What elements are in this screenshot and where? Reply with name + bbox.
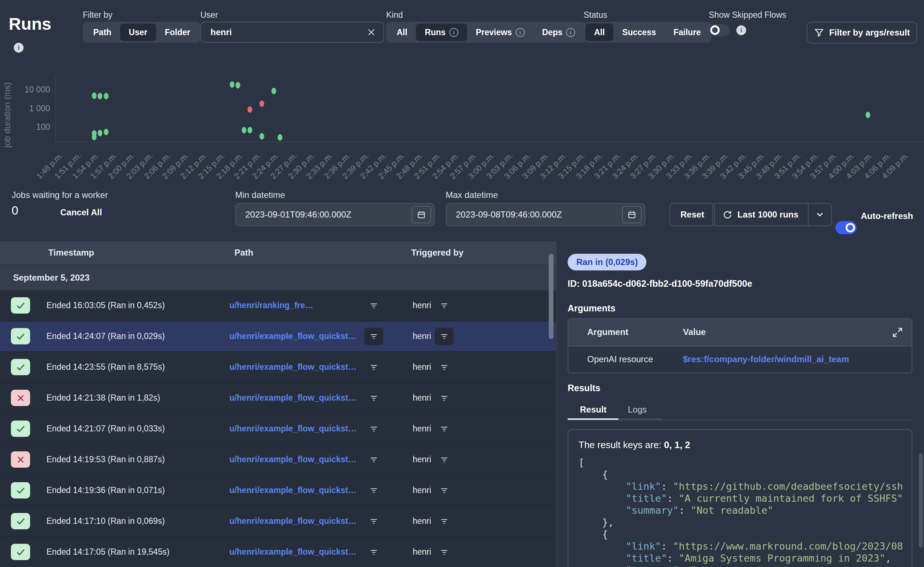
col-triggered-by[interactable]: Triggered by <box>411 248 464 258</box>
status-label: Status <box>584 10 607 20</box>
result-viewer[interactable]: The result keys are: 0, 1, 2 [ { "link":… <box>567 429 912 567</box>
success-point[interactable] <box>278 134 282 141</box>
clear-user-icon[interactable] <box>367 28 375 36</box>
run-timestamp: Ended 14:21:07 (Ran in 0,033s) <box>47 424 165 434</box>
run-path-link[interactable]: u/henri/example_flow_quickst… <box>229 362 357 372</box>
table-row[interactable]: Ended 14:24:07 (Ran in 0,029s)u/henri/ex… <box>0 322 556 352</box>
filter-by-folder[interactable]: Folder <box>156 24 199 41</box>
kind-previews-info-icon[interactable]: i <box>516 28 525 37</box>
col-timestamp[interactable]: Timestamp <box>48 248 94 258</box>
filter-by-path-icon[interactable] <box>364 389 383 407</box>
table-row[interactable]: Ended 14:19:53 (Ran in 0,887s)u/henri/ex… <box>0 445 556 476</box>
filter-by-path-icon[interactable] <box>364 328 383 345</box>
chart-x-axis-line <box>55 142 924 142</box>
success-point[interactable] <box>865 112 870 118</box>
max-calendar-icon[interactable] <box>622 206 642 224</box>
filter-by-path[interactable]: Path <box>84 24 120 41</box>
success-point[interactable] <box>236 82 240 88</box>
min-datetime-input[interactable]: 2023-09-01T09:46:00.000Z <box>235 203 435 226</box>
kind-deps-info-icon[interactable]: i <box>566 28 575 37</box>
filter-by-path-icon[interactable] <box>364 420 383 438</box>
filter-by-user-icon[interactable] <box>435 297 454 314</box>
table-row[interactable]: Ended 14:17:05 (Ran in 19,545s)u/henri/e… <box>0 537 556 567</box>
filter-by-path-icon[interactable] <box>364 513 383 530</box>
col-path[interactable]: Path <box>235 248 253 258</box>
run-path-link[interactable]: u/henri/example_flow_quickst… <box>229 454 357 464</box>
filter-by-user-icon[interactable] <box>435 420 454 438</box>
success-point[interactable] <box>104 93 108 99</box>
json-line: }, <box>578 516 901 528</box>
chevron-down-icon[interactable] <box>808 210 831 219</box>
argument-value-link[interactable]: $res:f/company-folder/windmill_ai_team <box>683 354 849 364</box>
kind-previews[interactable]: Previews i <box>467 24 534 41</box>
filter-by-user-icon[interactable] <box>435 513 454 530</box>
kind-runs-info-icon[interactable]: i <box>449 28 458 37</box>
success-point[interactable] <box>98 93 102 99</box>
table-row[interactable]: Ended 14:23:55 (Ran in 8,575s)u/henri/ex… <box>0 352 556 383</box>
user-input[interactable]: henri <box>200 22 384 43</box>
min-calendar-icon[interactable] <box>412 206 431 224</box>
kind-label: Kind <box>386 10 403 20</box>
success-point[interactable] <box>242 127 247 134</box>
tab-logs[interactable]: Logs <box>628 405 647 415</box>
panel-divider <box>556 242 557 567</box>
expand-icon[interactable] <box>892 327 903 338</box>
max-datetime-input[interactable]: 2023-09-08T09:46:00.000Z <box>445 203 645 226</box>
success-point[interactable] <box>104 129 108 135</box>
run-path-link[interactable]: u/henri/ranking_fre… <box>229 300 313 310</box>
table-row[interactable]: Ended 14:21:07 (Ran in 0,033s)u/henri/ex… <box>0 414 556 445</box>
run-timestamp: Ended 14:21:38 (Ran in 1,82s) <box>47 393 160 403</box>
success-point[interactable] <box>247 127 252 134</box>
success-point[interactable] <box>271 88 276 94</box>
run-path-link[interactable]: u/henri/example_flow_quickst… <box>229 393 357 403</box>
runs-info-icon[interactable]: i <box>14 43 24 52</box>
run-path-link[interactable]: u/henri/example_flow_quickst… <box>229 424 357 434</box>
filter-by-path-icon[interactable] <box>364 451 383 468</box>
table-row[interactable]: Ended 14:19:36 (Ran in 0,071s)u/henri/ex… <box>0 476 556 507</box>
filter-args-button[interactable]: Filter by args/result <box>807 22 917 44</box>
success-point[interactable] <box>92 93 96 99</box>
status-failure[interactable]: Failure <box>665 24 709 41</box>
success-point[interactable] <box>98 130 102 136</box>
filter-by-path-icon[interactable] <box>364 297 383 314</box>
filter-by-path-icon[interactable] <box>364 358 383 376</box>
kind-deps[interactable]: Deps i <box>534 24 584 41</box>
table-scrollbar[interactable] <box>549 254 554 339</box>
success-icon <box>11 420 30 437</box>
filter-by-path-icon[interactable] <box>364 543 383 561</box>
panel-scrollbar[interactable] <box>919 453 923 548</box>
filter-by-path-icon[interactable] <box>364 482 383 499</box>
filter-by-user-icon[interactable] <box>435 482 454 499</box>
failure-point[interactable] <box>259 100 264 107</box>
failure-point[interactable] <box>247 106 252 113</box>
filter-by-user-icon[interactable] <box>435 358 454 376</box>
filter-by-user-icon[interactable] <box>435 389 454 407</box>
run-path-link[interactable]: u/henri/example_flow_quickst… <box>229 332 357 341</box>
last-runs-button[interactable]: Last 1000 runs <box>712 203 832 226</box>
reset-button[interactable]: Reset <box>670 203 715 226</box>
table-row[interactable]: Ended 16:03:05 (Ran in 0,452s)u/henri/ra… <box>0 291 556 322</box>
run-path-link[interactable]: u/henri/example_flow_quickst… <box>229 547 357 557</box>
skipped-flows-toggle[interactable] <box>709 24 730 36</box>
success-point[interactable] <box>259 133 264 140</box>
status-all[interactable]: All <box>585 24 613 41</box>
status-success[interactable]: Success <box>613 24 665 41</box>
filter-by-user-icon[interactable] <box>435 328 454 345</box>
kind-all[interactable]: All <box>388 24 416 41</box>
cancel-all-button[interactable]: Cancel All <box>60 207 102 218</box>
status-group: All Success Failure <box>584 22 711 43</box>
tab-result[interactable]: Result <box>580 405 606 415</box>
run-path-link[interactable]: u/henri/example_flow_quickst… <box>229 485 357 495</box>
success-point[interactable] <box>230 81 235 88</box>
run-path-link[interactable]: u/henri/example_flow_quickst… <box>229 516 357 526</box>
arguments-table-row: OpenAI resource $res:f/company-folder/wi… <box>568 346 912 373</box>
filter-by-user-icon[interactable] <box>435 451 454 468</box>
table-row[interactable]: Ended 14:17:10 (Ran in 0,069s)u/henri/ex… <box>0 507 556 537</box>
table-row[interactable]: Ended 14:21:38 (Ran in 1,82s)u/henri/exa… <box>0 383 556 414</box>
auto-refresh-toggle[interactable] <box>835 221 856 234</box>
filter-by-user[interactable]: User <box>120 24 156 41</box>
filter-by-user-icon[interactable] <box>435 543 454 561</box>
skipped-flows-info-icon[interactable]: i <box>736 26 746 35</box>
kind-runs[interactable]: Runs i <box>416 24 467 41</box>
success-point[interactable] <box>92 130 96 136</box>
